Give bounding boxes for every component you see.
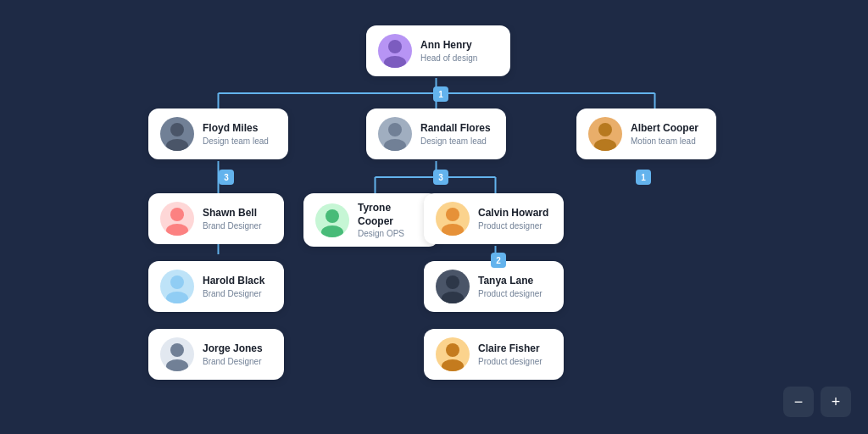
role-shawn: Brand Designer xyxy=(203,221,272,231)
avatar-ann xyxy=(378,34,412,68)
role-ann: Head of design xyxy=(420,53,498,63)
zoom-in-button[interactable]: + xyxy=(821,387,851,417)
node-randall[interactable]: Randall Flores Design team lead xyxy=(366,108,506,159)
svg-point-35 xyxy=(442,292,464,303)
org-chart: Ann Henry Head of design 1 Floyd Miles D… xyxy=(0,0,868,434)
name-tanya: Tanya Lane xyxy=(478,275,552,288)
role-tanya: Product designer xyxy=(478,289,552,298)
name-claire: Claire Fisher xyxy=(478,342,552,356)
role-jorge: Brand Designer xyxy=(203,357,272,366)
badge-albert: 1 xyxy=(636,170,651,185)
node-harold[interactable]: Harold Black Brand Designer xyxy=(148,261,284,312)
avatar-jorge xyxy=(160,337,194,371)
node-ann[interactable]: Ann Henry Head of design xyxy=(366,25,510,76)
svg-point-20 xyxy=(388,123,402,136)
svg-point-23 xyxy=(594,139,616,151)
role-tyrone: Design OPS xyxy=(358,229,427,238)
role-randall: Design team lead xyxy=(420,136,494,146)
avatar-shawn xyxy=(160,202,194,236)
zoom-controls: − + xyxy=(783,387,851,417)
avatar-claire xyxy=(436,337,470,371)
role-floyd: Design team lead xyxy=(203,136,276,146)
svg-point-18 xyxy=(170,123,184,136)
role-albert: Motion team lead xyxy=(631,136,704,146)
role-claire: Product designer xyxy=(478,357,552,366)
svg-point-27 xyxy=(166,292,188,303)
svg-point-29 xyxy=(166,359,188,371)
badge-ann: 1 xyxy=(433,86,448,102)
name-floyd: Floyd Miles xyxy=(203,122,276,136)
avatar-harold xyxy=(160,270,194,303)
svg-point-21 xyxy=(384,139,406,151)
node-jorge[interactable]: Jorge Jones Brand Designer xyxy=(148,329,284,380)
node-floyd[interactable]: Floyd Miles Design team lead xyxy=(148,108,288,159)
node-calvin[interactable]: Calvin Howard Product designer xyxy=(424,193,564,244)
avatar-floyd xyxy=(160,117,194,151)
svg-point-17 xyxy=(384,56,406,68)
name-ann: Ann Henry xyxy=(420,39,498,53)
svg-point-26 xyxy=(170,275,184,289)
avatar-calvin xyxy=(436,202,470,236)
node-tyrone[interactable]: Tyrone Cooper Design OPS xyxy=(303,193,439,247)
node-albert[interactable]: Albert Cooper Motion team lead xyxy=(576,108,716,159)
role-calvin: Product designer xyxy=(478,221,552,231)
badge-randall: 3 xyxy=(433,170,448,185)
zoom-out-button[interactable]: − xyxy=(783,387,814,417)
svg-point-30 xyxy=(326,209,339,223)
name-shawn: Shawn Bell xyxy=(203,207,272,220)
badge-calvin: 2 xyxy=(491,253,506,268)
svg-point-33 xyxy=(442,224,464,236)
badge-floyd: 3 xyxy=(219,170,234,185)
name-calvin: Calvin Howard xyxy=(478,207,552,220)
name-harold: Harold Black xyxy=(203,275,272,288)
name-tyrone: Tyrone Cooper xyxy=(358,202,427,228)
role-harold: Brand Designer xyxy=(203,289,272,298)
name-albert: Albert Cooper xyxy=(631,122,704,136)
svg-point-37 xyxy=(442,359,464,371)
svg-point-24 xyxy=(170,208,184,221)
svg-point-25 xyxy=(166,224,188,236)
svg-point-34 xyxy=(446,275,459,289)
svg-point-22 xyxy=(598,123,612,136)
name-jorge: Jorge Jones xyxy=(203,342,272,356)
svg-point-19 xyxy=(166,139,188,151)
avatar-tanya xyxy=(436,270,470,303)
avatar-randall xyxy=(378,117,412,151)
svg-point-16 xyxy=(388,40,402,53)
svg-point-28 xyxy=(170,343,184,357)
node-claire[interactable]: Claire Fisher Product designer xyxy=(424,329,564,380)
node-tanya[interactable]: Tanya Lane Product designer xyxy=(424,261,564,312)
svg-point-32 xyxy=(446,208,459,221)
node-shawn[interactable]: Shawn Bell Brand Designer xyxy=(148,193,284,244)
avatar-tyrone xyxy=(315,203,349,237)
name-randall: Randall Flores xyxy=(420,122,494,136)
svg-point-36 xyxy=(446,343,459,357)
avatar-albert xyxy=(588,117,622,151)
svg-point-31 xyxy=(321,225,343,237)
